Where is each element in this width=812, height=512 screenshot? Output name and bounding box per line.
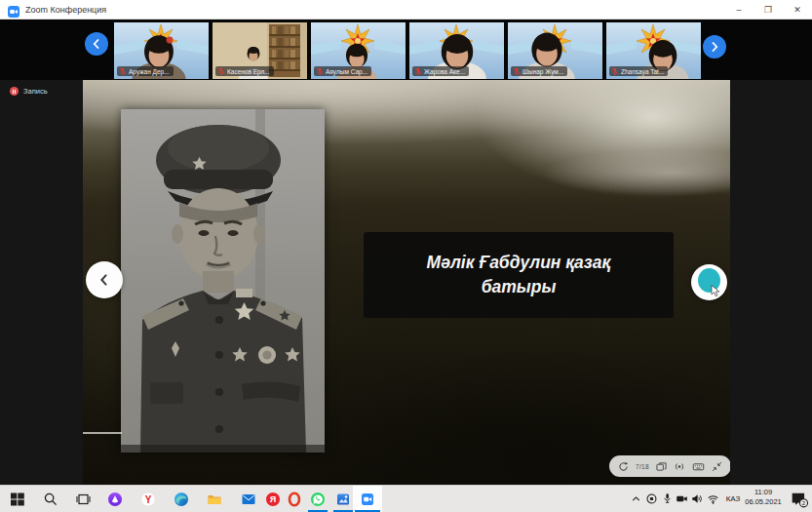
mic-muted-icon <box>119 67 127 75</box>
opera-taskbar-icon[interactable] <box>283 486 306 512</box>
yandex-taskbar-icon[interactable]: Я <box>261 486 285 512</box>
participant-name: Zhansaya Tat... <box>621 68 664 75</box>
recording-pause-icon[interactable] <box>10 87 19 96</box>
clock-time: 11:09 <box>741 488 786 497</box>
participant-nametag: Аружан Дер... <box>117 66 174 76</box>
mic-muted-icon <box>414 67 422 75</box>
task-view-taskbar-icon[interactable] <box>72 486 96 512</box>
refresh-icon[interactable] <box>618 461 629 472</box>
participant-tile-5[interactable]: Шынар Жум... <box>508 22 602 79</box>
participant-nametag: Zhansaya Tat... <box>609 66 668 76</box>
video-progress-line[interactable] <box>83 432 122 434</box>
file-explorer-taskbar-icon[interactable] <box>203 486 226 512</box>
recording-label: Запись <box>23 87 48 96</box>
taskbar-clock[interactable]: 11:09 06.05.2021 <box>741 488 786 507</box>
window-titlebar: Zoom Конференция – ❐ ✕ <box>0 0 812 20</box>
windows-taskbar: YЯ КАЗ 11:09 06.05.2021 2 <box>0 485 812 512</box>
participant-nametag: Шынар Жум... <box>511 66 567 76</box>
slide-prev-button[interactable] <box>86 261 123 298</box>
broadcast-icon[interactable] <box>674 461 685 472</box>
mic-muted-icon <box>513 67 521 75</box>
meeting-main-area: Запись <box>0 80 812 485</box>
svg-text:Y: Y <box>145 493 152 504</box>
participant-name: Аружан Дер... <box>129 68 170 75</box>
participant-tile-4[interactable]: Жарова Аке... <box>409 22 504 79</box>
microphone-icon[interactable] <box>660 486 675 512</box>
video-filmstrip: Аружан Дер... Касенов Ерл... Аяулым Сар.… <box>0 20 812 80</box>
slides-icon[interactable] <box>656 461 667 472</box>
participant-tile-3[interactable]: Аяулым Сар... <box>311 22 406 79</box>
alice-taskbar-icon[interactable] <box>103 486 127 512</box>
participant-nametag: Касенов Ерл... <box>215 66 274 76</box>
mic-muted-icon <box>611 67 619 75</box>
filmstrip-prev-button[interactable] <box>85 32 108 56</box>
zoom-window: Zoom Конференция – ❐ ✕ Аружан Дер... <box>0 0 812 512</box>
maximize-button[interactable]: ❐ <box>754 0 783 20</box>
presenter-toolbar: 7/18 <box>609 455 730 477</box>
recording-indicator: Запись <box>10 87 48 96</box>
mic-muted-icon <box>316 67 324 75</box>
volume-icon[interactable] <box>690 486 705 512</box>
slide-page-indicator: 7/18 <box>636 463 649 470</box>
chevron-left-icon <box>97 273 111 287</box>
soldier-portrait-photo <box>121 109 325 453</box>
chevron-up-icon[interactable] <box>629 486 643 512</box>
wifi-icon[interactable] <box>706 486 720 512</box>
whatsapp-taskbar-icon[interactable] <box>306 486 329 512</box>
participant-name: Шынар Жум... <box>522 68 563 75</box>
participant-name: Касенов Ерл... <box>227 68 270 75</box>
mic-muted-icon <box>217 67 225 75</box>
participant-name: Жарова Аке... <box>424 68 465 75</box>
zoom-app-icon <box>8 4 19 16</box>
clock-date: 06.05.2021 <box>741 497 786 507</box>
shared-screen: Мәлік Ғабдулин қазақ батыры 7/18 <box>83 80 730 485</box>
window-title: Zoom Конференция <box>25 5 106 15</box>
yandex-browser-taskbar-icon[interactable]: Y <box>136 486 160 512</box>
participant-tile-6[interactable]: Zhansaya Tat... <box>606 22 701 79</box>
edge-taskbar-icon[interactable] <box>170 486 193 512</box>
slide-caption-box: Мәлік Ғабдулин қазақ батыры <box>364 232 674 318</box>
slide-next-button[interactable] <box>691 264 727 300</box>
start-taskbar-icon[interactable] <box>6 486 29 512</box>
close-button[interactable]: ✕ <box>783 0 812 20</box>
action-center-icon[interactable]: 2 <box>790 486 809 512</box>
slide-caption-text: Мәлік Ғабдулин қазақ батыры <box>404 251 634 300</box>
keyboard-icon[interactable] <box>692 461 705 472</box>
participant-name: Аяулым Сар... <box>326 68 367 75</box>
svg-text:Я: Я <box>270 494 276 504</box>
tray-app-icon[interactable] <box>644 486 659 512</box>
participant-tile-2[interactable]: Касенов Ерл... <box>213 22 307 79</box>
participant-tile-1[interactable]: Аружан Дер... <box>114 22 209 79</box>
participant-nametag: Аяулым Сар... <box>314 66 371 76</box>
collapse-icon[interactable] <box>712 461 722 472</box>
mouse-cursor-icon <box>711 285 721 297</box>
search-taskbar-icon[interactable] <box>39 486 62 512</box>
filmstrip-next-button[interactable] <box>703 35 726 59</box>
minimize-button[interactable]: – <box>724 0 754 20</box>
participant-nametag: Жарова Аке... <box>412 66 469 76</box>
camera-icon[interactable] <box>675 486 689 512</box>
photos-taskbar-icon[interactable] <box>331 486 355 512</box>
mail-taskbar-icon[interactable] <box>237 486 260 512</box>
zoom-taskbar-icon[interactable] <box>353 486 382 512</box>
